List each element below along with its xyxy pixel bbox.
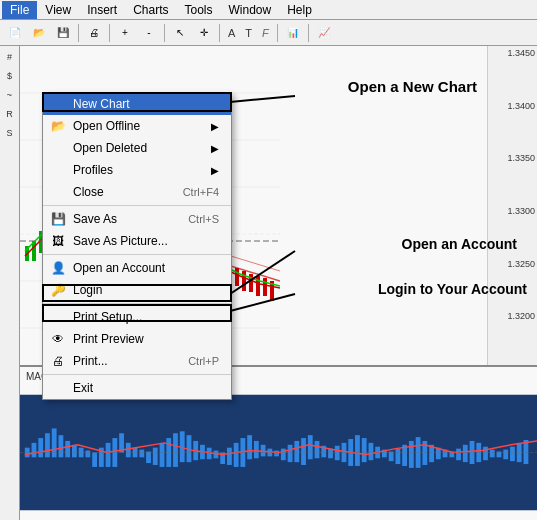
- annotation-new-chart: Open a New Chart: [348, 78, 477, 95]
- svg-rect-64: [139, 450, 144, 458]
- svg-rect-53: [65, 441, 70, 457]
- toolbar-cursor[interactable]: ↖: [169, 22, 191, 44]
- open-offline-label: Open Offline: [73, 119, 140, 133]
- menu-file[interactable]: File: [2, 1, 37, 19]
- sidebar-icon-1[interactable]: #: [1, 48, 19, 66]
- svg-rect-62: [126, 443, 131, 457]
- save-as-label: Save As: [73, 212, 117, 226]
- account-icon: 👤: [47, 261, 69, 275]
- menu-help[interactable]: Help: [279, 1, 320, 19]
- dropdown-sep3: [43, 303, 231, 304]
- svg-rect-115: [483, 447, 488, 460]
- svg-rect-54: [72, 445, 77, 458]
- macd-chart: [20, 385, 537, 520]
- annotation-open-account: Open an Account: [402, 236, 517, 252]
- svg-rect-48: [32, 443, 37, 457]
- menu-save-picture[interactable]: 🖼 Save As Picture...: [43, 230, 231, 252]
- price-5: 1.3250: [490, 259, 535, 269]
- toolbar-new[interactable]: 📄: [4, 22, 26, 44]
- menu-tools[interactable]: Tools: [177, 1, 221, 19]
- print-icon: 🖨: [47, 354, 69, 368]
- sidebar-icon-3[interactable]: ~: [1, 86, 19, 104]
- svg-rect-37: [235, 268, 239, 286]
- open-offline-icon: 📂: [47, 119, 69, 133]
- exit-label: Exit: [73, 381, 93, 395]
- svg-rect-96: [355, 435, 360, 466]
- menu-save-as[interactable]: 💾 Save As Ctrl+S: [43, 208, 231, 230]
- svg-rect-85: [281, 449, 286, 461]
- svg-rect-111: [456, 449, 461, 461]
- profiles-arrow: ▶: [211, 165, 219, 176]
- svg-rect-69: [173, 433, 178, 467]
- save-picture-icon: 🖼: [47, 234, 69, 248]
- svg-rect-121: [524, 440, 529, 464]
- svg-rect-78: [234, 443, 239, 467]
- menu-print[interactable]: 🖨 Print... Ctrl+P: [43, 350, 231, 372]
- menu-open-deleted[interactable]: Open Deleted ▶: [43, 137, 231, 159]
- toolbar-sep5: [277, 24, 278, 42]
- svg-rect-88: [301, 438, 306, 465]
- toolbar-zoom-in[interactable]: +: [114, 22, 136, 44]
- toolbar: 📄 📂 💾 🖨 + - ↖ ✛ A T F 📊 📈: [0, 20, 537, 46]
- sidebar-icon-5[interactable]: S: [1, 124, 19, 142]
- menu-new-chart[interactable]: New Chart: [43, 93, 231, 115]
- open-offline-arrow: ▶: [211, 121, 219, 132]
- menu-open-account[interactable]: 👤 Open an Account: [43, 257, 231, 279]
- price-axis: 1.3450 1.3400 1.3350 1.3300 1.3250 1.320…: [487, 46, 537, 376]
- toolbar-text-t: T: [241, 27, 256, 39]
- svg-rect-98: [369, 443, 374, 460]
- price-2: 1.3400: [490, 101, 535, 111]
- main-area: # $ ~ R S: [0, 46, 537, 520]
- svg-rect-52: [59, 435, 64, 457]
- toolbar-print[interactable]: 🖨: [83, 22, 105, 44]
- chart-area: 1.3450 1.3400 1.3350 1.3300 1.3250 1.320…: [20, 46, 537, 520]
- menu-print-setup[interactable]: Print Setup...: [43, 306, 231, 328]
- svg-rect-104: [409, 441, 414, 468]
- menu-charts[interactable]: Charts: [125, 1, 176, 19]
- menu-login[interactable]: 🔑 Login: [43, 279, 231, 301]
- toolbar-indicators[interactable]: 📈: [313, 22, 335, 44]
- menu-profiles[interactable]: Profiles ▶: [43, 159, 231, 181]
- price-4: 1.3300: [490, 206, 535, 216]
- menu-open-offline[interactable]: 📂 Open Offline ▶: [43, 115, 231, 137]
- profiles-label: Profiles: [73, 163, 113, 177]
- svg-rect-67: [160, 443, 165, 467]
- svg-rect-119: [510, 447, 515, 461]
- macd-chart-svg: [20, 385, 537, 520]
- svg-rect-101: [389, 452, 394, 462]
- toolbar-crosshair[interactable]: ✛: [193, 22, 215, 44]
- close-shortcut: Ctrl+F4: [183, 186, 219, 198]
- menu-close[interactable]: Close Ctrl+F4: [43, 181, 231, 203]
- toolbar-open[interactable]: 📂: [28, 22, 50, 44]
- svg-rect-87: [294, 441, 299, 462]
- toolbar-zoom-out[interactable]: -: [138, 22, 160, 44]
- svg-rect-102: [395, 449, 400, 464]
- close-label: Close: [73, 185, 104, 199]
- menu-print-preview[interactable]: 👁 Print Preview: [43, 328, 231, 350]
- sidebar-icon-4[interactable]: R: [1, 105, 19, 123]
- print-label: Print...: [73, 354, 108, 368]
- price-3: 1.3350: [490, 153, 535, 163]
- menu-view[interactable]: View: [37, 1, 79, 19]
- svg-rect-86: [288, 445, 293, 462]
- svg-rect-50: [45, 433, 50, 457]
- svg-rect-116: [490, 450, 495, 458]
- svg-rect-49: [38, 438, 43, 457]
- toolbar-save[interactable]: 💾: [52, 22, 74, 44]
- menu-insert[interactable]: Insert: [79, 1, 125, 19]
- print-preview-label: Print Preview: [73, 332, 144, 346]
- dropdown-sep2: [43, 254, 231, 255]
- login-icon: 🔑: [47, 283, 69, 297]
- svg-rect-56: [85, 451, 90, 458]
- toolbar-chart-type[interactable]: 📊: [282, 22, 304, 44]
- toolbar-sep1: [78, 24, 79, 42]
- svg-rect-51: [52, 428, 57, 457]
- svg-rect-89: [308, 435, 313, 459]
- sidebar-icon-2[interactable]: $: [1, 67, 19, 85]
- new-chart-label: New Chart: [73, 97, 130, 111]
- menu-exit[interactable]: Exit: [43, 377, 231, 399]
- save-picture-label: Save As Picture...: [73, 234, 168, 248]
- menu-window[interactable]: Window: [221, 1, 280, 19]
- toolbar-sep3: [164, 24, 165, 42]
- toolbar-sep6: [308, 24, 309, 42]
